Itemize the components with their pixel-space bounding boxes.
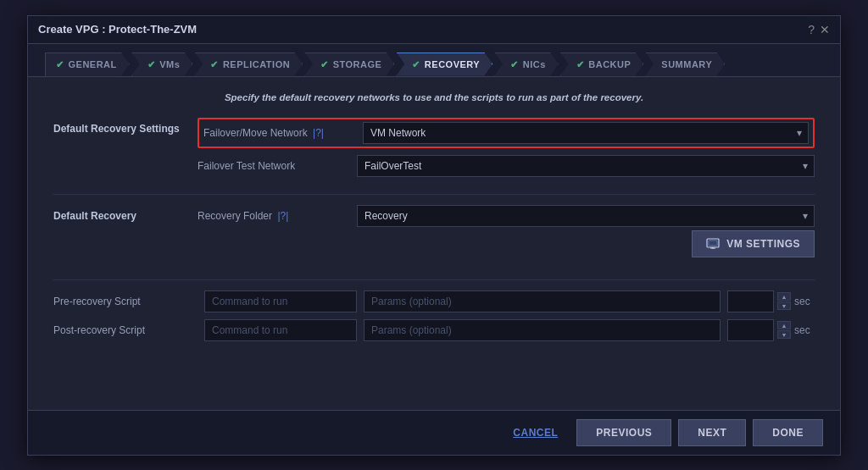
titlebar-controls: ? ✕: [808, 23, 830, 36]
wizard-tabs: ✔ GENERAL ✔ VMs ✔ REPLICATION ✔ STORAGE …: [28, 44, 840, 77]
svg-rect-1: [709, 241, 717, 246]
tab-general-check: ✔: [56, 59, 64, 70]
tab-replication[interactable]: ✔ REPLICATION: [194, 53, 303, 76]
dialog-titlebar: Create VPG : Protect-The-ZVM ? ✕: [28, 16, 840, 44]
failover-network-select-wrapper: VM Network Management Network vMotion Ne…: [363, 122, 809, 144]
pre-recovery-timeout-input[interactable]: 300: [727, 290, 774, 312]
failover-network-select[interactable]: VM Network Management Network vMotion Ne…: [363, 122, 809, 144]
recovery-folder-label: Recovery Folder |?|: [198, 210, 350, 222]
divider-1: [53, 194, 815, 195]
pre-recovery-timeout-down[interactable]: ▼: [777, 301, 791, 310]
tab-replication-label: REPLICATION: [223, 59, 290, 69]
failover-network-help[interactable]: |?|: [313, 127, 324, 139]
default-recovery-fields: Recovery Folder |?| Recovery Root VMs: [198, 205, 815, 269]
subtitle: Specify the default recovery networks to…: [53, 92, 815, 102]
help-icon[interactable]: ?: [808, 23, 815, 36]
done-button[interactable]: DONE: [753, 419, 823, 446]
tab-storage-label: STORAGE: [333, 59, 382, 69]
post-recovery-timeout-down[interactable]: ▼: [777, 330, 791, 339]
subtitle-text: Specify the default recovery networks to…: [225, 92, 643, 102]
tab-storage[interactable]: ✔ STORAGE: [304, 53, 394, 76]
pre-recovery-timeout-up[interactable]: ▲: [777, 292, 791, 301]
create-vpg-dialog: Create VPG : Protect-The-ZVM ? ✕ ✔ GENER…: [27, 15, 841, 456]
pre-recovery-timeout-wrapper: 300 ▲ ▼ sec: [727, 290, 815, 312]
tab-backup[interactable]: ✔ BACKUP: [560, 53, 644, 76]
tab-nics-check: ✔: [510, 59, 519, 70]
pre-recovery-command-input[interactable]: [204, 290, 357, 312]
pre-recovery-sec-label: sec: [794, 296, 815, 307]
pre-recovery-params-input[interactable]: [364, 290, 721, 312]
post-recovery-sec-label: sec: [794, 324, 815, 336]
recovery-folder-row: Recovery Folder |?| Recovery Root VMs: [198, 205, 815, 227]
default-recovery-settings-label: Default Recovery Settings: [53, 118, 198, 135]
divider-2: [53, 279, 815, 280]
failover-test-network-row: Failover Test Network FailOverTest VM Ne…: [198, 155, 815, 177]
failover-network-row: Failover/Move Network |?| VM Network Man…: [198, 118, 815, 148]
tab-summary[interactable]: SUMMARY: [645, 53, 725, 76]
tab-storage-check: ✔: [320, 59, 329, 70]
post-recovery-timeout-input[interactable]: 300: [727, 319, 774, 341]
tab-general[interactable]: ✔ GENERAL: [45, 53, 130, 76]
cancel-button[interactable]: CANCEL: [501, 420, 570, 445]
recovery-folder-select-wrapper: Recovery Root VMs: [357, 205, 815, 227]
vm-settings-row: VM SETTINGS: [198, 230, 815, 257]
tab-recovery[interactable]: ✔ RECOVERY: [396, 53, 492, 76]
post-recovery-timeout-up[interactable]: ▲: [777, 321, 791, 329]
post-recovery-params-input[interactable]: [364, 319, 721, 341]
dialog-footer: CANCEL PREVIOUS NEXT DONE: [28, 410, 840, 455]
recovery-folder-select[interactable]: Recovery Root VMs: [357, 205, 815, 227]
post-recovery-timeout-wrapper: 300 ▲ ▼ sec: [727, 319, 815, 341]
tab-vms-check: ✔: [147, 59, 156, 70]
tab-nics-label: NICs: [523, 59, 546, 69]
failover-test-network-select[interactable]: FailOverTest VM Network Test Network: [357, 155, 815, 177]
recovery-folder-help[interactable]: |?|: [277, 210, 288, 222]
vm-settings-icon: [706, 237, 720, 251]
tab-nics[interactable]: ✔ NICs: [494, 53, 559, 76]
post-recovery-timeout-spinner: ▲ ▼: [777, 321, 791, 339]
default-recovery-settings-section: Default Recovery Settings Failover/Move …: [53, 118, 815, 184]
tab-summary-label: SUMMARY: [661, 59, 712, 69]
post-recovery-script-label: Post-recovery Script: [53, 324, 198, 336]
close-icon[interactable]: ✕: [820, 23, 830, 36]
scripts-section: Pre-recovery Script 300 ▲ ▼ sec Post-rec…: [53, 290, 815, 341]
previous-button[interactable]: PREVIOUS: [576, 419, 671, 446]
default-recovery-label: Default Recovery: [53, 205, 198, 222]
failover-test-network-label: Failover Test Network: [198, 160, 350, 172]
dialog-title: Create VPG : Protect-The-ZVM: [38, 23, 197, 36]
dialog-content: Specify the default recovery networks to…: [28, 77, 840, 410]
tab-replication-check: ✔: [210, 59, 219, 70]
vm-settings-btn-label: VM SETTINGS: [726, 238, 800, 250]
tab-vms[interactable]: ✔ VMs: [131, 53, 193, 76]
pre-recovery-script-label: Pre-recovery Script: [53, 296, 198, 307]
tab-recovery-check: ✔: [412, 59, 420, 70]
vm-settings-button[interactable]: VM SETTINGS: [692, 230, 815, 257]
default-recovery-settings-fields: Failover/Move Network |?| VM Network Man…: [198, 118, 815, 184]
failover-network-label: Failover/Move Network |?|: [203, 127, 356, 139]
tab-recovery-label: RECOVERY: [425, 59, 480, 69]
post-recovery-command-input[interactable]: [204, 319, 357, 341]
tab-backup-check: ✔: [576, 59, 585, 70]
tab-backup-label: BACKUP: [588, 59, 631, 69]
next-button[interactable]: NEXT: [678, 419, 746, 446]
failover-test-network-select-wrapper: FailOverTest VM Network Test Network: [357, 155, 815, 177]
pre-recovery-script-row: Pre-recovery Script 300 ▲ ▼ sec: [53, 290, 815, 312]
default-recovery-section: Default Recovery Recovery Folder |?| Rec…: [53, 205, 815, 269]
tab-vms-label: VMs: [159, 59, 180, 69]
tab-general-label: GENERAL: [69, 59, 117, 69]
pre-recovery-timeout-spinner: ▲ ▼: [777, 292, 791, 310]
post-recovery-script-row: Post-recovery Script 300 ▲ ▼ sec: [53, 319, 815, 341]
